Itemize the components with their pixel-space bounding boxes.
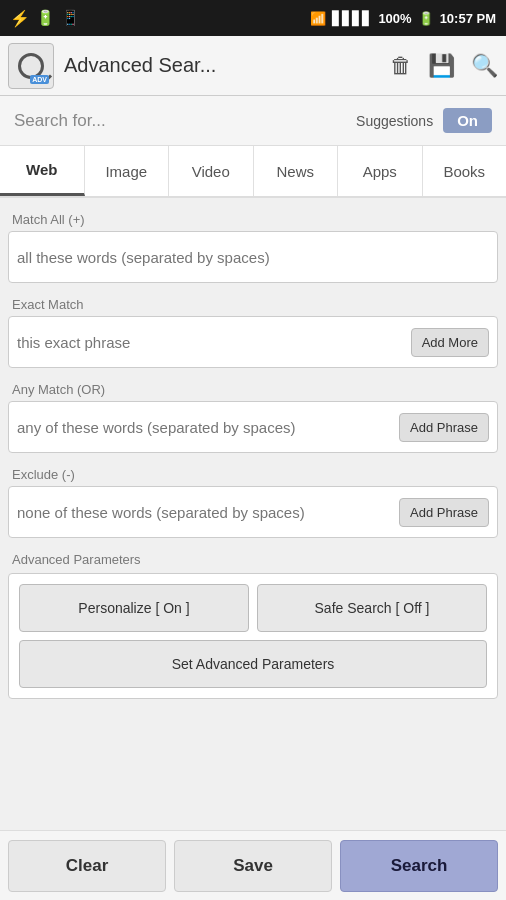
match-all-section: Match All (+) bbox=[8, 212, 498, 283]
exact-match-label: Exact Match bbox=[8, 297, 498, 312]
add-more-button[interactable]: Add More bbox=[411, 328, 489, 357]
match-all-label: Match All (+) bbox=[8, 212, 498, 227]
exact-match-input[interactable] bbox=[17, 334, 411, 351]
app-icon: ADV bbox=[8, 43, 54, 89]
title-actions: 🗑 💾 🔍 bbox=[390, 53, 498, 79]
status-bar: ⚡ 🔋 📱 📶 ▋▋▋▋ 100% 🔋 10:57 PM bbox=[0, 0, 506, 36]
exclude-input-box: Add Phrase bbox=[8, 486, 498, 538]
exclude-section: Exclude (-) Add Phrase bbox=[8, 467, 498, 538]
usb-icon: ⚡ bbox=[10, 9, 30, 28]
trash-icon[interactable]: 🗑 bbox=[390, 53, 412, 79]
battery-icon: 🔋 bbox=[418, 11, 434, 26]
tab-news[interactable]: News bbox=[254, 146, 339, 196]
tab-image[interactable]: Image bbox=[85, 146, 170, 196]
save-button[interactable]: Save bbox=[174, 840, 332, 892]
advanced-parameters-label: Advanced Parameters bbox=[8, 552, 498, 567]
add-phrase-button-1[interactable]: Add Phrase bbox=[399, 413, 489, 442]
phone-icon: 📱 bbox=[61, 9, 80, 27]
suggestions-toggle[interactable]: On bbox=[443, 108, 492, 133]
adv-toggle-row: Personalize [ On ] Safe Search [ Off ] bbox=[19, 584, 487, 632]
exclude-input[interactable] bbox=[17, 504, 399, 521]
add-phrase-button-2[interactable]: Add Phrase bbox=[399, 498, 489, 527]
match-all-input[interactable] bbox=[17, 249, 489, 266]
exact-match-section: Exact Match Add More bbox=[8, 297, 498, 368]
advanced-parameters-box: Personalize [ On ] Safe Search [ Off ] S… bbox=[8, 573, 498, 699]
clear-button[interactable]: Clear bbox=[8, 840, 166, 892]
page-title: Advanced Sear... bbox=[64, 54, 390, 77]
tab-video[interactable]: Video bbox=[169, 146, 254, 196]
status-right: 📶 ▋▋▋▋ 100% 🔋 10:57 PM bbox=[310, 11, 496, 26]
match-all-input-box bbox=[8, 231, 498, 283]
search-button[interactable]: Search bbox=[340, 840, 498, 892]
battery-percentage: 100% bbox=[378, 11, 411, 26]
any-match-label: Any Match (OR) bbox=[8, 382, 498, 397]
search-for-label: Search for... bbox=[14, 111, 356, 131]
search-tabs: Web Image Video News Apps Books bbox=[0, 146, 506, 198]
search-icon[interactable]: 🔍 bbox=[471, 53, 498, 79]
title-bar: ADV Advanced Sear... 🗑 💾 🔍 bbox=[0, 36, 506, 96]
time-display: 10:57 PM bbox=[440, 11, 496, 26]
status-left: ⚡ 🔋 📱 bbox=[10, 9, 80, 28]
wifi-icon: 📶 bbox=[310, 11, 326, 26]
tab-web[interactable]: Web bbox=[0, 146, 85, 196]
bottom-bar: Clear Save Search bbox=[0, 830, 506, 900]
search-for-row: Search for... Suggestions On bbox=[0, 96, 506, 146]
battery-green-icon: 🔋 bbox=[36, 9, 55, 27]
any-match-section: Any Match (OR) Add Phrase bbox=[8, 382, 498, 453]
tab-apps[interactable]: Apps bbox=[338, 146, 423, 196]
exclude-label: Exclude (-) bbox=[8, 467, 498, 482]
exact-match-input-box: Add More bbox=[8, 316, 498, 368]
signal-bars-icon: ▋▋▋▋ bbox=[332, 11, 372, 26]
safe-search-button[interactable]: Safe Search [ Off ] bbox=[257, 584, 487, 632]
any-match-input[interactable] bbox=[17, 419, 399, 436]
tab-books[interactable]: Books bbox=[423, 146, 507, 196]
adv-badge: ADV bbox=[30, 75, 49, 84]
personalize-button[interactable]: Personalize [ On ] bbox=[19, 584, 249, 632]
main-content: Match All (+) Exact Match Add More Any M… bbox=[0, 198, 506, 830]
set-advanced-parameters-button[interactable]: Set Advanced Parameters bbox=[19, 640, 487, 688]
any-match-input-box: Add Phrase bbox=[8, 401, 498, 453]
save-icon[interactable]: 💾 bbox=[428, 53, 455, 79]
advanced-parameters-section: Advanced Parameters Personalize [ On ] S… bbox=[8, 552, 498, 699]
suggestions-label: Suggestions bbox=[356, 113, 433, 129]
